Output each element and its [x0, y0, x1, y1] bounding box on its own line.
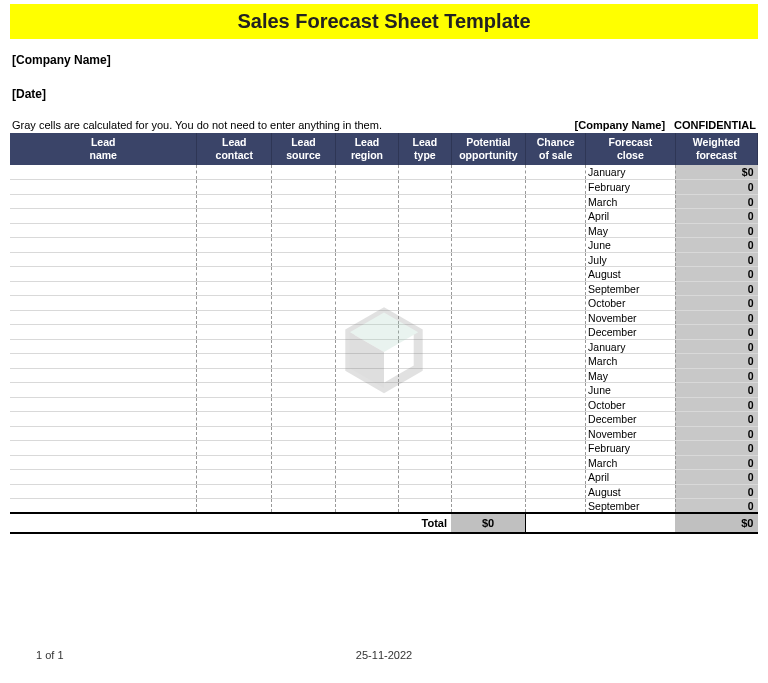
cell-empty[interactable] [526, 470, 586, 485]
cell-empty[interactable] [197, 252, 272, 267]
cell-forecast-close[interactable]: January [586, 165, 676, 180]
cell-weighted[interactable]: 0 [675, 455, 757, 470]
cell-empty[interactable] [197, 426, 272, 441]
cell-empty[interactable] [10, 194, 197, 209]
cell-empty[interactable] [451, 296, 526, 311]
cell-forecast-close[interactable]: September [586, 281, 676, 296]
cell-empty[interactable] [451, 252, 526, 267]
cell-forecast-close[interactable]: September [586, 499, 676, 514]
cell-weighted[interactable]: 0 [675, 441, 757, 456]
cell-empty[interactable] [526, 455, 586, 470]
cell-empty[interactable] [399, 484, 451, 499]
cell-empty[interactable] [197, 209, 272, 224]
cell-empty[interactable] [10, 310, 197, 325]
cell-empty[interactable] [10, 296, 197, 311]
cell-empty[interactable] [526, 223, 586, 238]
cell-empty[interactable] [335, 441, 399, 456]
cell-empty[interactable] [526, 325, 586, 340]
cell-weighted[interactable]: 0 [675, 223, 757, 238]
cell-weighted[interactable]: 0 [675, 426, 757, 441]
cell-empty[interactable] [335, 180, 399, 195]
cell-empty[interactable] [10, 397, 197, 412]
cell-empty[interactable] [272, 426, 336, 441]
cell-empty[interactable] [272, 368, 336, 383]
cell-empty[interactable] [272, 252, 336, 267]
cell-empty[interactable] [451, 238, 526, 253]
cell-empty[interactable] [272, 383, 336, 398]
cell-empty[interactable] [526, 499, 586, 514]
cell-empty[interactable] [197, 397, 272, 412]
cell-forecast-close[interactable]: March [586, 194, 676, 209]
cell-empty[interactable] [10, 368, 197, 383]
cell-forecast-close[interactable]: April [586, 470, 676, 485]
cell-empty[interactable] [451, 223, 526, 238]
cell-empty[interactable] [335, 368, 399, 383]
cell-weighted[interactable]: 0 [675, 310, 757, 325]
cell-empty[interactable] [451, 354, 526, 369]
cell-empty[interactable] [272, 209, 336, 224]
cell-empty[interactable] [399, 238, 451, 253]
cell-empty[interactable] [10, 455, 197, 470]
cell-weighted[interactable]: 0 [675, 499, 757, 514]
cell-empty[interactable] [272, 354, 336, 369]
cell-forecast-close[interactable]: January [586, 339, 676, 354]
cell-empty[interactable] [10, 165, 197, 180]
cell-empty[interactable] [335, 296, 399, 311]
cell-empty[interactable] [451, 339, 526, 354]
cell-empty[interactable] [272, 484, 336, 499]
cell-empty[interactable] [335, 412, 399, 427]
cell-empty[interactable] [197, 325, 272, 340]
cell-forecast-close[interactable]: June [586, 238, 676, 253]
cell-empty[interactable] [399, 412, 451, 427]
cell-empty[interactable] [10, 441, 197, 456]
cell-empty[interactable] [399, 354, 451, 369]
cell-empty[interactable] [526, 310, 586, 325]
cell-empty[interactable] [272, 223, 336, 238]
cell-empty[interactable] [197, 296, 272, 311]
cell-empty[interactable] [526, 383, 586, 398]
cell-empty[interactable] [272, 412, 336, 427]
cell-empty[interactable] [10, 281, 197, 296]
cell-empty[interactable] [451, 310, 526, 325]
cell-empty[interactable] [526, 267, 586, 282]
cell-empty[interactable] [272, 310, 336, 325]
cell-empty[interactable] [335, 194, 399, 209]
cell-empty[interactable] [526, 354, 586, 369]
cell-empty[interactable] [197, 499, 272, 514]
cell-empty[interactable] [335, 325, 399, 340]
cell-empty[interactable] [399, 339, 451, 354]
cell-empty[interactable] [399, 180, 451, 195]
cell-empty[interactable] [197, 368, 272, 383]
cell-empty[interactable] [451, 281, 526, 296]
cell-forecast-close[interactable]: April [586, 209, 676, 224]
cell-forecast-close[interactable]: March [586, 354, 676, 369]
cell-empty[interactable] [272, 296, 336, 311]
cell-empty[interactable] [399, 397, 451, 412]
cell-empty[interactable] [451, 267, 526, 282]
cell-empty[interactable] [10, 484, 197, 499]
cell-empty[interactable] [335, 426, 399, 441]
cell-forecast-close[interactable]: October [586, 296, 676, 311]
cell-empty[interactable] [399, 194, 451, 209]
cell-empty[interactable] [399, 470, 451, 485]
cell-weighted[interactable]: 0 [675, 238, 757, 253]
cell-weighted[interactable]: 0 [675, 354, 757, 369]
cell-weighted[interactable]: $0 [675, 165, 757, 180]
cell-empty[interactable] [399, 223, 451, 238]
cell-empty[interactable] [399, 310, 451, 325]
cell-empty[interactable] [10, 470, 197, 485]
cell-empty[interactable] [272, 397, 336, 412]
cell-weighted[interactable]: 0 [675, 368, 757, 383]
cell-empty[interactable] [526, 426, 586, 441]
cell-empty[interactable] [399, 368, 451, 383]
cell-empty[interactable] [399, 441, 451, 456]
cell-empty[interactable] [451, 441, 526, 456]
cell-empty[interactable] [272, 499, 336, 514]
cell-empty[interactable] [526, 296, 586, 311]
cell-empty[interactable] [451, 426, 526, 441]
cell-empty[interactable] [451, 455, 526, 470]
cell-empty[interactable] [197, 412, 272, 427]
cell-forecast-close[interactable]: August [586, 484, 676, 499]
cell-empty[interactable] [197, 310, 272, 325]
cell-forecast-close[interactable]: February [586, 180, 676, 195]
